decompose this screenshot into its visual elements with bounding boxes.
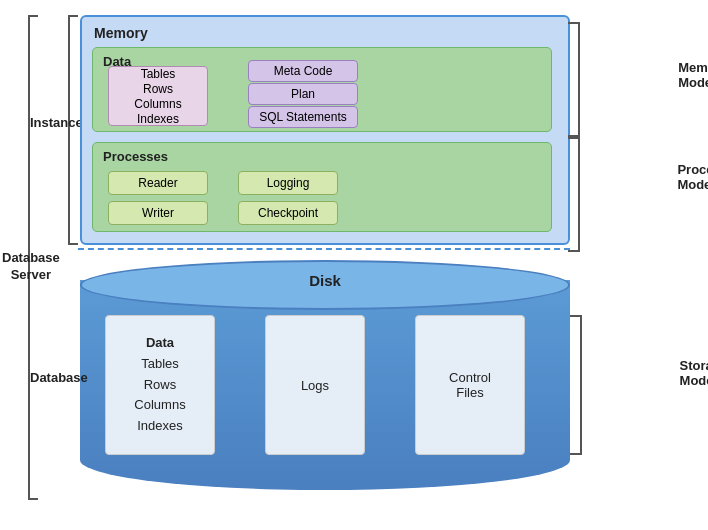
checkpoint-btn: Checkpoint — [238, 201, 338, 225]
data-item-tables: Tables — [141, 67, 176, 81]
writer-btn: Writer — [108, 201, 208, 225]
processes-panel: Processes Reader Logging Writer Checkpoi… — [92, 142, 552, 232]
logging-btn: Logging — [238, 171, 338, 195]
instance-bracket — [68, 15, 78, 245]
disk-logs-card: Logs — [265, 315, 365, 455]
storage-model-bracket — [570, 315, 582, 455]
sql-statements-btn: SQL Statements — [248, 106, 358, 128]
disk-columns: Columns — [134, 395, 185, 416]
processes-label: Processes — [103, 149, 168, 164]
storage-model-label: StorageModel — [680, 358, 708, 388]
disk-data-title: Data — [146, 333, 174, 354]
memory-model-label: MemoryModel — [678, 60, 708, 90]
separator-line — [78, 248, 570, 250]
database-label: Database — [30, 370, 88, 385]
disk-data-card: Data Tables Rows Columns Indexes — [105, 315, 215, 455]
disk-label: Disk — [309, 272, 341, 289]
meta-code-btn: Meta Code — [248, 60, 358, 82]
disk-files-label: Files — [456, 385, 483, 400]
data-panel: Data Tables Rows Columns Indexes Meta Co… — [92, 47, 552, 132]
data-items-box: Tables Rows Columns Indexes — [108, 66, 208, 126]
data-item-columns: Columns — [134, 97, 181, 111]
process-model-bracket — [568, 137, 580, 252]
reader-btn: Reader — [108, 171, 208, 195]
data-item-rows: Rows — [143, 82, 173, 96]
disk-control-files-card: Control Files — [415, 315, 525, 455]
memory-model-bracket — [568, 22, 580, 137]
db-server-label: Database Server — [2, 250, 60, 284]
memory-label: Memory — [94, 25, 148, 41]
instance-label: Instance — [30, 115, 83, 130]
plan-btn: Plan — [248, 83, 358, 105]
data-item-indexes: Indexes — [137, 112, 179, 126]
disk-container: Disk Data Tables Rows Columns Indexes Lo… — [80, 260, 570, 500]
disk-logs-label: Logs — [301, 378, 329, 393]
disk-rows: Rows — [144, 375, 177, 396]
main-diagram: Database Server Instance Memory Data Tab… — [60, 10, 640, 520]
disk-control-label: Control — [449, 370, 491, 385]
disk-indexes: Indexes — [137, 416, 183, 437]
process-model-label: ProcessModel — [677, 162, 708, 192]
instance-box: Memory Data Tables Rows Columns Indexes … — [80, 15, 570, 245]
disk-tables: Tables — [141, 354, 179, 375]
